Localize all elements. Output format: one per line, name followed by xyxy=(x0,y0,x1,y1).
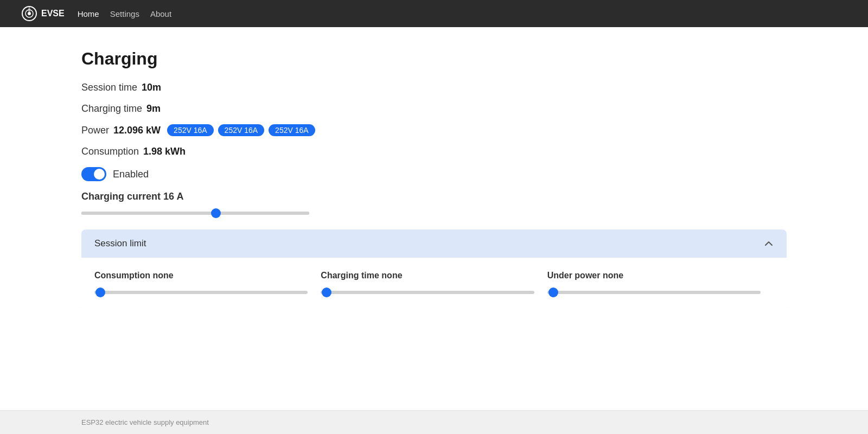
consumption-slider-track xyxy=(94,291,308,294)
charging-time-label: Charging time xyxy=(81,103,142,114)
footer-text: ESP32 electric vehicle supply equipment xyxy=(81,418,209,426)
footer: ESP32 electric vehicle supply equipment xyxy=(0,410,868,434)
consumption-row: Consumption 1.98 kWh xyxy=(81,146,787,157)
navbar-nav: Home Settings About xyxy=(78,9,171,18)
enabled-row: Enabled xyxy=(81,167,787,181)
session-limit-card: Session limit Consumption none xyxy=(81,229,787,311)
charging-time-limit-slider[interactable] xyxy=(321,287,534,298)
navbar-brand: EVSE xyxy=(22,6,65,21)
nav-settings[interactable]: Settings xyxy=(110,9,139,18)
brand-label: EVSE xyxy=(41,9,65,18)
power-badges: 252V 16A 252V 16A 252V 16A xyxy=(167,124,315,136)
charging-time-limit-label: Charging time none xyxy=(321,271,534,280)
power-badge-2: 252V 16A xyxy=(218,124,265,136)
charging-current-slider[interactable] xyxy=(81,208,309,219)
session-limit-header[interactable]: Session limit xyxy=(81,229,787,258)
session-time-value: 10m xyxy=(142,82,161,93)
consumption-slider-thumb[interactable] xyxy=(95,288,105,297)
charging-time-slider-track xyxy=(321,291,534,294)
main-content: Charging Session time 10m Charging time … xyxy=(0,27,868,410)
session-time-row: Session time 10m xyxy=(81,82,787,93)
charging-current-label: Charging current 16 A xyxy=(81,191,787,202)
charging-time-slider-thumb[interactable] xyxy=(322,288,331,297)
limit-item-charging-time: Charging time none xyxy=(321,271,547,298)
toggle-thumb xyxy=(94,169,105,180)
charging-current-row: Charging current 16 A xyxy=(81,191,787,219)
nav-home[interactable]: Home xyxy=(78,9,99,18)
charging-time-value: 9m xyxy=(146,103,161,114)
navbar: EVSE Home Settings About xyxy=(0,0,868,27)
consumption-value: 1.98 kWh xyxy=(143,146,186,157)
session-time-label: Session time xyxy=(81,82,137,93)
chevron-up-icon xyxy=(764,239,774,248)
under-power-limit-slider[interactable] xyxy=(547,287,761,298)
evse-logo-icon xyxy=(22,6,37,21)
limit-item-consumption: Consumption none xyxy=(94,271,321,298)
enabled-toggle[interactable] xyxy=(81,167,106,181)
slider-thumb[interactable] xyxy=(211,208,221,218)
power-badge-3: 252V 16A xyxy=(269,124,315,136)
nav-about[interactable]: About xyxy=(150,9,171,18)
under-power-slider-track xyxy=(547,291,761,294)
consumption-limit-slider[interactable] xyxy=(94,287,308,298)
power-value: 12.096 kW xyxy=(113,125,161,136)
enabled-label: Enabled xyxy=(113,169,149,180)
session-limit-title: Session limit xyxy=(94,238,146,249)
slider-track xyxy=(81,212,309,215)
power-label: Power xyxy=(81,125,109,136)
slider-fill xyxy=(81,212,309,215)
under-power-limit-label: Under power none xyxy=(547,271,761,280)
page-title: Charging xyxy=(81,49,787,69)
consumption-label: Consumption xyxy=(81,146,139,157)
power-row: Power 12.096 kW 252V 16A 252V 16A 252V 1… xyxy=(81,124,787,136)
consumption-limit-label: Consumption none xyxy=(94,271,308,280)
session-limit-body: Consumption none Charging time none xyxy=(81,258,787,311)
power-badge-1: 252V 16A xyxy=(167,124,214,136)
under-power-slider-thumb[interactable] xyxy=(548,288,558,297)
charging-time-row: Charging time 9m xyxy=(81,103,787,114)
limit-item-under-power: Under power none xyxy=(547,271,774,298)
